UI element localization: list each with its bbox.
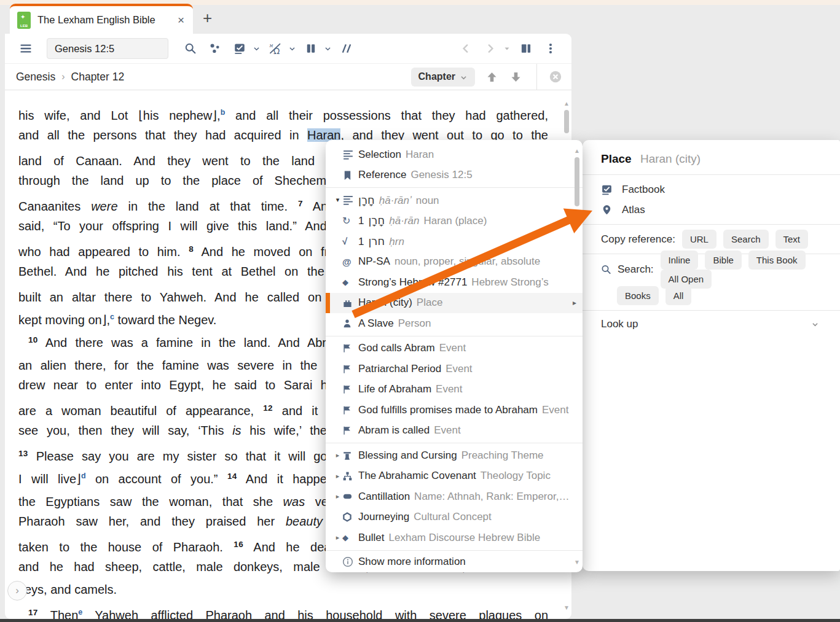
- menu-item-strong-s-hebrew-2771[interactable]: ◆Strong’s Hebrew #2771Hebrew Strong’s: [326, 272, 583, 293]
- refresh-icon: ↻: [342, 215, 358, 227]
- search-all-button[interactable]: All: [665, 286, 692, 305]
- chevron-down-icon[interactable]: [252, 42, 261, 55]
- copy-search-button[interactable]: Search: [723, 230, 769, 249]
- resource-tab[interactable]: ✦ LEB The Lexham English Bible ×: [10, 4, 193, 34]
- copy-text-button[interactable]: Text: [775, 230, 809, 249]
- previous-chapter-icon[interactable]: [485, 70, 498, 84]
- reference-input[interactable]: [47, 38, 168, 59]
- at-icon: @: [342, 257, 358, 267]
- scroll-up-icon[interactable]: ▲: [574, 147, 580, 155]
- forward-icon[interactable]: [484, 42, 497, 55]
- menu-item-cantillation[interactable]: ▸CantillationName: Athnah, Rank: Emperor…: [326, 486, 583, 507]
- scroll-down-icon[interactable]: ▼: [563, 604, 570, 612]
- close-tab-icon[interactable]: ×: [176, 14, 186, 27]
- look-up-section[interactable]: Look up: [583, 311, 840, 338]
- look-up-label: Look up: [601, 318, 638, 330]
- resource-icon: ✦ LEB: [17, 12, 31, 29]
- reading-plan-icon[interactable]: [233, 42, 246, 55]
- back-icon[interactable]: [459, 42, 473, 55]
- building-icon: [342, 298, 358, 308]
- show-more-label: Show more information: [358, 556, 466, 568]
- hexagon-icon: [342, 512, 358, 522]
- show-more-information[interactable]: Show more information: [326, 550, 583, 573]
- menu-item-god-calls-abram[interactable]: God calls AbramEvent: [326, 338, 583, 359]
- map-pin-icon: [601, 204, 613, 216]
- flag-icon: [342, 343, 358, 353]
- expander-down-icon[interactable]: ▾: [333, 196, 342, 204]
- menu-item-item[interactable]: ▾חָרָןḥā·rānʼnoun: [326, 190, 583, 211]
- interlinear-icon[interactable]: Ωא: [269, 42, 282, 55]
- bookmark-icon: [342, 170, 358, 181]
- panel-options-icon[interactable]: [544, 42, 557, 55]
- panel-title: Place: [601, 152, 632, 165]
- copy-url-button[interactable]: URL: [682, 230, 716, 249]
- breadcrumb-book[interactable]: Genesis: [16, 71, 55, 84]
- parallel-resources-icon[interactable]: [304, 42, 318, 55]
- info-icon: [342, 556, 358, 567]
- menu-item-a-slave[interactable]: A SlavePerson: [326, 313, 583, 334]
- menu-item-selection[interactable]: SelectionHaran: [326, 144, 583, 165]
- menu-item-haran-city[interactable]: Haran (city)Place▸: [326, 293, 583, 314]
- close-locator-icon[interactable]: [549, 70, 562, 84]
- tag-icon: [342, 491, 358, 502]
- panel-menu-icon[interactable]: [19, 42, 33, 55]
- menu-item-abram-is-called[interactable]: Abram is calledEvent: [326, 421, 583, 441]
- divider: [536, 64, 537, 90]
- scroll-down-icon[interactable]: ▼: [574, 559, 580, 566]
- expander-right-icon[interactable]: ▸: [333, 472, 342, 480]
- corresponding-words-icon[interactable]: [208, 42, 222, 55]
- context-menu: SelectionHaranReferenceGenesis 12:5▾חָרָ…: [326, 140, 583, 572]
- menu-item-np-sa[interactable]: @NP-SAnoun, proper, singular, absolute: [326, 252, 583, 273]
- history-dropdown-icon[interactable]: [503, 42, 511, 55]
- menu-item-blessing-and-cursing[interactable]: ▸Blessing and CursingPreaching Theme: [326, 445, 583, 466]
- expander-right-icon[interactable]: ▸: [333, 534, 342, 542]
- menu-item-life-of-abraham[interactable]: Life of AbrahamEvent: [326, 379, 583, 400]
- menu-item-the-abrahamic-covenant[interactable]: ▸The Abrahamic CovenantTheology Topic: [326, 466, 583, 487]
- expander-right-icon[interactable]: ▸: [333, 451, 342, 459]
- search-this-book-button[interactable]: This Book: [748, 251, 806, 270]
- menu-divider: [326, 443, 583, 443]
- sitemap-icon: [342, 471, 358, 481]
- menu-item-patriarchal-period[interactable]: Patriarchal PeriodEvent: [326, 359, 583, 379]
- chapter-range-dropdown[interactable]: Chapter: [411, 68, 475, 87]
- expander-right-icon[interactable]: ▸: [333, 492, 342, 500]
- menu-item-1[interactable]: √1חרןḥrn: [326, 231, 583, 252]
- person-icon: [342, 319, 358, 328]
- svg-text:א: א: [269, 42, 273, 49]
- menu-divider: [326, 187, 583, 188]
- chevron-down-icon[interactable]: [323, 42, 332, 55]
- chevron-down-icon[interactable]: [288, 42, 296, 55]
- factbook-icon: [601, 184, 613, 195]
- new-tab-button[interactable]: +: [203, 10, 212, 26]
- multiple-resources-icon[interactable]: [340, 42, 353, 55]
- place-panel: Place Haran (city) FactbookAtlas Copy re…: [583, 140, 840, 571]
- diamond-icon: ◆: [342, 278, 358, 287]
- link-set-icon[interactable]: [519, 42, 533, 55]
- search-label: Search:: [618, 263, 654, 276]
- scroll-thumb[interactable]: [564, 110, 569, 133]
- chevron-down-icon[interactable]: [811, 317, 819, 331]
- panel-toolbar: Ωא: [5, 34, 571, 63]
- menu-item-god-fulfills-promises-made-to-abraham[interactable]: God fulfills promises made to AbrahamEve…: [326, 400, 583, 421]
- place-panel-header: Place Haran (city): [583, 140, 840, 174]
- menu-item-1[interactable]: ↻1חָרָןḥā·rānHaran (place): [326, 211, 583, 231]
- window-bottom-edge: [0, 619, 840, 622]
- search-inline-button[interactable]: Inline: [661, 251, 699, 270]
- textlines-icon: [342, 149, 358, 160]
- show-sidebar-button[interactable]: ›: [7, 581, 27, 601]
- menu-item-bullet[interactable]: ▸◆BulletLexham Discourse Hebrew Bible: [326, 527, 583, 548]
- search-books-button[interactable]: Books: [617, 286, 659, 305]
- scroll-thumb[interactable]: [575, 157, 579, 206]
- search-icon[interactable]: [184, 42, 197, 55]
- breadcrumb-chapter[interactable]: Chapter 12: [71, 71, 125, 84]
- menu-scrollbar[interactable]: ▲ ▼: [573, 147, 581, 566]
- next-chapter-icon[interactable]: [509, 70, 522, 84]
- scroll-up-icon[interactable]: ▲: [563, 100, 570, 107]
- panel-subtitle: Haran (city): [640, 152, 701, 165]
- search-bible-button[interactable]: Bible: [705, 251, 741, 270]
- atlas-link[interactable]: Atlas: [583, 200, 840, 220]
- menu-item-journeying[interactable]: JourneyingCultural Concept: [326, 507, 583, 528]
- menu-item-reference[interactable]: ReferenceGenesis 12:5: [326, 165, 583, 186]
- factbook-link[interactable]: Factbook: [583, 179, 840, 200]
- flag-icon: [342, 405, 358, 415]
